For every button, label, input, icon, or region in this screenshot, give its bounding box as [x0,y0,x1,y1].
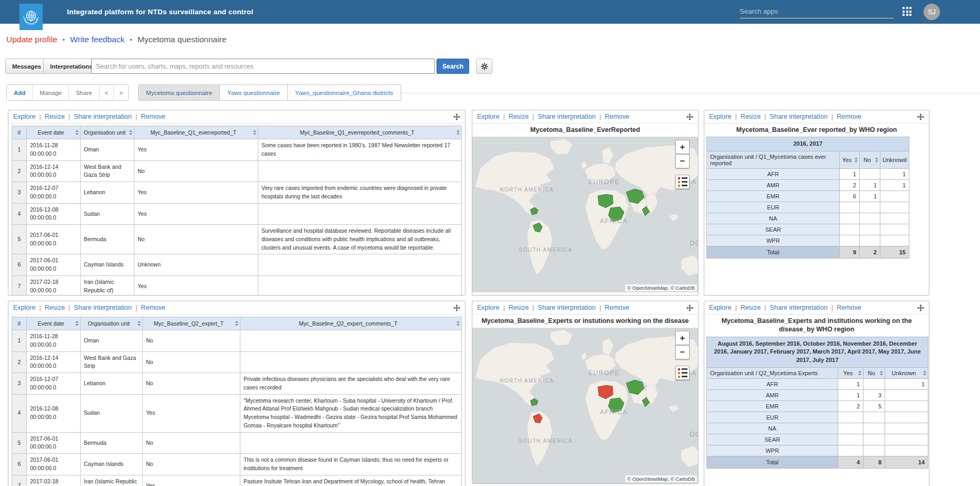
panel-link-explore[interactable]: Explore [709,304,731,311]
link-separator: | [69,113,70,120]
pivot-table: August 2016, September 2016, October 201… [706,337,928,469]
layers-button[interactable] [675,366,690,380]
panel-link-resize[interactable]: Resize [45,113,65,120]
column-header-event-date[interactable]: Event date [27,126,81,139]
dashboard-item-map-everreported: Explore|Resize|Share interpretation|Remo… [472,110,698,296]
panel-link-remove[interactable]: Remove [837,113,861,120]
event-date: 2016-12-0700:00:00.0 [27,182,81,204]
row-number: 2 [12,351,27,373]
apps-grid-icon[interactable] [903,7,913,17]
update-profile-link[interactable]: Update profile [6,35,57,44]
move-handle[interactable] [917,113,924,120]
answer-value: No [143,351,240,373]
cell-value: 1 [860,191,880,202]
panel-link-resize[interactable]: Resize [741,304,761,311]
panel-link-remove[interactable]: Remove [837,304,861,311]
dash-button-prev[interactable]: < [99,85,114,100]
panel-link-resize[interactable]: Resize [741,113,761,120]
cell-value [885,390,928,401]
column-header-myc-baseline-q2-expert-comments-t[interactable]: Myc_Baseline_Q2_expert_comments_T [240,317,462,330]
panel-link-explore[interactable]: Explore [477,304,499,311]
map-everreported[interactable]: NORTH AMERICAEUROPEASIAAFRICASOUTH AMERI… [472,137,698,292]
panel-link-explore[interactable]: Explore [477,113,499,120]
layers-button[interactable] [675,175,690,189]
panel-link-share-interpretation[interactable]: Share interpretation [74,113,132,120]
panel-link-remove[interactable]: Remove [141,304,166,311]
column-header-item[interactable]: # [12,317,27,330]
write-feedback-link[interactable]: Write feedback [70,35,124,44]
cell-value [885,445,928,456]
panel-link-remove[interactable]: Remove [141,113,166,120]
column-header-yes[interactable]: Yes [838,368,863,379]
table-row: 52017-06-0100:00:00.0BermudaNo [12,432,462,454]
panel-link-share-interpretation[interactable]: Share interpretation [770,113,828,120]
column-header-myc-baseline-q1-everreported-comments-t[interactable]: Myc_Baseline_Q1_everreported_comments_T [258,126,462,139]
world-map-canvas[interactable]: NORTH AMERICAEUROPEASIAAFRICASOUTH AMERI… [472,328,698,483]
table-row: 22016-12-1400:00:00.0West Bank and Gaza … [12,351,462,373]
world-map-canvas[interactable]: NORTH AMERICAEUROPEASIAAFRICASOUTH AMERI… [472,137,698,292]
panel-link-explore[interactable]: Explore [13,113,35,120]
comment-value: Pasture Insitute Tehran Iran and Departm… [240,475,462,486]
layers-icon [678,368,687,378]
move-handle[interactable] [686,113,693,120]
panel-link-share-interpretation[interactable]: Share interpretation [770,304,828,311]
move-handle[interactable] [686,304,693,311]
column-header-organisation-unit[interactable]: Organisation unit [81,317,143,330]
panel-link-resize[interactable]: Resize [45,304,65,311]
dash-button-share[interactable]: Share [69,85,99,100]
dashboard-tab-yaws-questionnaire-ghana-districts[interactable]: Yaws_questionnaire_Ghana districts [288,84,401,101]
table-row: 42016-12-0800:00:00.0SudanYes"Mycetoma r… [12,394,462,432]
column-label: Event date [37,129,64,136]
zoom-in-button[interactable]: + [675,140,690,154]
column-header-myc-baseline-q1-everreported-t[interactable]: Myc_Baseline_Q1_everreported_T [134,126,258,139]
panel-link-resize[interactable]: Resize [509,304,529,311]
move-handle[interactable] [453,304,460,311]
period-header: 2016, 2017 [707,137,909,151]
cell-value [840,213,860,224]
row-label: SEAR [707,224,840,235]
dash-button-next[interactable]: > [113,85,128,100]
dash-button-manage[interactable]: Manage [32,85,69,100]
column-header-unknown[interactable]: Unknown [885,368,928,379]
search-button[interactable]: Search [436,59,469,74]
zoom-out-button[interactable]: − [675,345,690,359]
move-handle[interactable] [917,304,924,311]
column-header-myc-baseline-q2-expert-t[interactable]: Myc_Baseline_Q2_expert_T [143,317,240,330]
panel-link-remove[interactable]: Remove [605,304,629,311]
answer-value: Yes [134,182,258,204]
settings-button[interactable] [476,59,492,74]
dashboard-tab-mycetoma-questionnaire[interactable]: Mycetoma questionnaire [138,84,220,101]
column-header-yes[interactable]: Yes [840,151,860,169]
who-logo[interactable] [20,4,43,30]
column-header-event-date[interactable]: Event date [27,317,81,330]
zoom-out-button[interactable]: − [675,154,690,168]
panel-action-links: Explore|Resize|Share interpretation|Remo… [709,304,861,311]
row-number: 7 [12,475,27,486]
answer-value: Yes [143,475,240,486]
column-header-no[interactable]: No [863,368,885,379]
messages-button[interactable]: Messages [5,59,48,74]
total-label: Total [707,246,840,259]
move-handle[interactable] [453,113,460,120]
map-experts[interactable]: NORTH AMERICAEUROPEASIAAFRICASOUTH AMERI… [472,328,698,483]
column-header-no[interactable]: No [860,151,880,169]
panel-link-share-interpretation[interactable]: Share interpretation [538,304,596,311]
panel-link-share-interpretation[interactable]: Share interpretation [74,304,132,311]
apps-search-input[interactable] [740,5,894,18]
avatar[interactable]: SJ [924,4,940,20]
column-header-organisation-unit[interactable]: Organisation unit [81,126,134,139]
dashboard-tab-yaws-questionnaire[interactable]: Yaws questionnaire [220,84,288,101]
search-input[interactable] [91,59,435,74]
dashboard-tabs: Mycetoma questionnaireYaws questionnaire… [138,84,401,101]
panel-link-explore[interactable]: Explore [709,113,731,120]
zoom-in-button[interactable]: + [675,331,690,345]
panel-link-share-interpretation[interactable]: Share interpretation [538,113,596,120]
dash-button-add[interactable]: Add [7,85,32,100]
panel-link-resize[interactable]: Resize [509,113,529,120]
event-date-value: 2017-06-01 [30,456,77,464]
column-header-unknown[interactable]: Unknown [880,151,909,169]
panel-link-remove[interactable]: Remove [605,113,629,120]
column-header-item[interactable]: # [12,126,27,139]
cell-value [863,434,885,445]
panel-link-explore[interactable]: Explore [13,304,35,311]
